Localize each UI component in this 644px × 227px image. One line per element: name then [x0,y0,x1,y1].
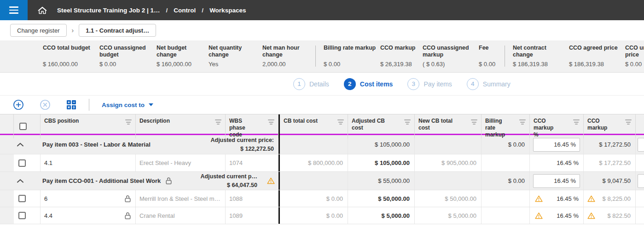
metric-label: Net quantity change [209,45,260,58]
cco-markup-value: $ 8,225.00 [603,195,635,202]
cell-adjusted-cb-cost: $ 55,000.00 [348,172,415,190]
breadcrumb-module[interactable]: Control [174,7,196,14]
breadcrumb-project[interactable]: Steel Structure Training Job 2 | 1… [57,7,160,14]
cell-cb-total-cost: $ 0.00 [280,190,348,207]
filter-lines-icon[interactable] [337,119,344,125]
metric-label: Billing rate markup [324,45,377,51]
metric-net-contract-change: Net contract change$ 186,319.38 [513,45,569,68]
cell-description: Erect Steel - Heavy [136,154,226,171]
breadcrumb-page[interactable]: Workspaces [209,7,246,14]
filter-lines-icon[interactable] [215,119,221,125]
step-label: Summary [483,80,511,88]
row-checkbox[interactable] [18,159,26,167]
metrics-divider [315,45,316,67]
chip-change-register[interactable]: Change register [10,24,67,37]
cell-cco-markup: $ 8,225.00 [584,190,636,207]
expander-cell [0,190,14,207]
cell-new-cb-total-cost: $ 905,000.00 [415,154,482,171]
select-all-checkbox[interactable] [19,123,27,130]
cco-markup-pct-value[interactable]: 16.45 % [557,212,583,219]
cell-new-cb-total-cost [415,172,482,190]
chevron-up-icon[interactable] [17,179,24,183]
column-title: CCO markup % [534,118,558,138]
metric-label: Net man hour change [262,45,313,58]
wizard-step-pay-items[interactable]: 3 Pay items [407,78,452,90]
cell-cco-markup: $ 9,047.50 [584,172,636,190]
cell-cco-markup-pct [530,172,584,190]
menu-icon[interactable] [0,0,28,20]
cell-billing-rate-markup [482,154,530,171]
metric-value: $ 0.00 [479,61,502,68]
cell-cco-markup: $ 822.50 [584,207,636,224]
cell-wbs-phase-code: 1089 [226,207,278,224]
cco-markup-pct-input[interactable] [533,138,580,152]
wizard-step-cost-items[interactable]: 2 Cost items [344,78,393,90]
cell-cb-total-cost: $ 0.00 [280,207,348,224]
cell-description: Merrill Iron & Steel - Steel m… [136,190,226,207]
metric-label: CCO unagreed price [625,45,644,58]
column-title: Adjusted CB cost [352,118,394,131]
plus-circle-icon[interactable] [13,99,24,110]
cbs-position-value: 4.1 [44,159,52,166]
chip-contract-adjustment[interactable]: 1.1 - Contract adjust… [79,24,156,37]
adjusted-current-price: Adjusted current price: $ 122,272.50 [210,136,274,153]
partial-input-fragment[interactable] [638,138,644,152]
cell-partial [636,172,644,190]
metric-label: CCO unassigned markup [423,45,476,58]
metric-label: CCO agreed price [569,45,622,51]
step-number: 3 [407,78,419,90]
column-title: CBS position [44,118,133,125]
cell-partial [636,190,644,207]
filter-lines-icon[interactable] [519,119,526,125]
x-circle-icon [40,99,51,110]
grid-toolbar: Assign cost to [0,96,644,114]
filter-lines-icon[interactable] [404,119,411,125]
home-icon[interactable] [33,0,52,20]
cco-markup-pct-input[interactable] [533,174,580,188]
cell-adjusted-cb-cost: $ 105,000.00 [348,154,415,171]
header-adjusted-cb-cost: Adjusted CB cost [348,114,415,138]
cell-cco-markup-pct: 16.45 % [530,207,584,224]
metric-label: Fee [479,45,502,51]
row-checkbox-cell [14,154,41,171]
column-title: WBS phase code [229,118,251,138]
filter-lines-icon[interactable] [268,119,274,125]
cell-cco-markup-pct[interactable]: 16.45 % [530,154,584,171]
filter-lines-icon[interactable] [573,119,580,125]
cell-partial [636,207,644,224]
unlocked-padlock-icon [124,195,131,203]
metric-billing-rate-markup: Billing rate markup$ 0.00 [324,45,380,68]
filter-lines-icon[interactable] [125,119,132,125]
cell-wbs-phase-code: 1088 [226,190,278,207]
cell-billing-rate-markup: $ 0.00 [482,172,530,190]
cell-cb-total-cost [280,172,348,190]
adjusted-current-price: Adjusted current p… $ 64,047.50 [200,172,257,189]
partial-input-fragment[interactable] [638,174,644,188]
filter-lines-icon[interactable] [625,119,632,125]
header-checkbox-cell [14,114,41,138]
header-new-cb-total-cost: New CB total cost [415,114,482,138]
cell-adjusted-cb-cost: $ 50,000.00 [348,190,415,207]
cco-markup-pct-value[interactable]: 16.45 % [557,195,583,202]
cell-cco-markup: $ 17,272.50 [584,154,636,171]
cell-cbs-position: 6 [41,190,136,207]
cell-wbs-phase-code: 1074 [226,154,278,171]
metrics-divider [505,45,505,67]
cell-billing-rate-markup [482,190,530,207]
header-cco-markup-pct: CCO markup % [530,114,584,138]
calculator-grid-icon[interactable] [66,100,76,110]
wizard-step-summary[interactable]: 4 Summary [467,78,511,90]
cell-cbs-position: 4.4 [41,207,136,224]
cell-description: Crane Rental [136,207,226,224]
row-checkbox-cell [14,207,41,224]
row-checkbox-cell [14,190,41,207]
assign-cost-to-button[interactable]: Assign cost to [102,102,153,108]
filter-lines-icon[interactable] [471,119,477,125]
wizard-step-details[interactable]: 1 Details [293,78,329,90]
row-checkbox[interactable] [18,212,26,219]
row-checkbox[interactable] [18,195,26,202]
unlocked-padlock-icon [124,212,131,220]
header-description: Description [136,114,226,138]
chevron-up-icon[interactable] [17,142,24,147]
expander-cell [0,207,14,224]
